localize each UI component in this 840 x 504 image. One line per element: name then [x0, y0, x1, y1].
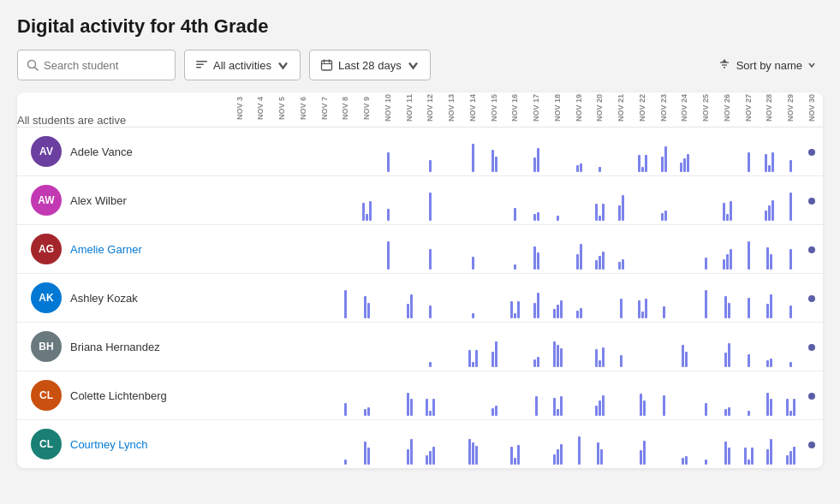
activity-bar [535, 396, 538, 416]
activity-cell [229, 371, 251, 420]
activity-cell [589, 176, 611, 225]
activity-bar [680, 163, 682, 172]
activity-cell [738, 176, 760, 225]
activity-bar [789, 305, 792, 318]
table-row: BHBriana Hernandez [17, 323, 823, 371]
activity-cell [801, 323, 823, 371]
activity-cell [547, 225, 569, 274]
activity-bar [495, 406, 497, 416]
activity-cell [674, 127, 695, 176]
table-row: AVAdele Vance [17, 127, 823, 176]
activity-bar [495, 341, 497, 367]
activity-cell [420, 127, 441, 176]
activity-bar [789, 451, 792, 465]
date-range-filter-button[interactable]: Last 28 days [309, 50, 431, 80]
activity-bar [517, 301, 520, 318]
search-icon [27, 59, 39, 71]
activity-cell [441, 127, 462, 176]
avatar: AK [31, 282, 62, 313]
activity-bar [410, 399, 413, 416]
activity-bar [748, 411, 750, 416]
activity-cell [695, 371, 717, 420]
activities-filter-button[interactable]: All activities [184, 50, 301, 80]
activity-bar [765, 210, 767, 221]
activity-cell [293, 420, 314, 469]
activity-bar [468, 439, 471, 465]
activity-cell [420, 420, 441, 469]
student-info-cell: AKAshley Kozak [17, 274, 229, 323]
activity-bar [472, 144, 474, 172]
activity-cell [229, 420, 251, 469]
date-header: NOV 23 [653, 92, 675, 127]
activity-cell [526, 274, 547, 323]
activity-bar [602, 347, 605, 367]
activity-cell [271, 371, 293, 420]
activity-bar [514, 264, 516, 270]
activity-cell [504, 420, 526, 469]
activity-bar [595, 349, 598, 367]
activity-cell [441, 420, 462, 469]
activity-bar [557, 409, 559, 416]
activity-bar [364, 409, 366, 416]
activity-bar [560, 300, 563, 318]
activity-cell [589, 371, 611, 420]
activity-cell [441, 225, 462, 274]
student-name: Alex Wilber [70, 194, 127, 207]
activity-cell [759, 420, 780, 469]
activity-cell [547, 420, 569, 469]
activity-cell [526, 127, 547, 176]
activity-cell [780, 274, 801, 323]
activity-cell [780, 420, 801, 469]
activity-bar [638, 300, 640, 318]
activity-cell [335, 176, 356, 225]
activity-cell [569, 176, 590, 225]
activity-cell [462, 323, 484, 371]
date-header: NOV 10 [378, 92, 399, 127]
activity-bar [580, 163, 582, 172]
activity-cell [653, 225, 675, 274]
activity-bar [429, 451, 432, 465]
activity-bar [793, 399, 795, 416]
activity-bar [410, 294, 413, 318]
activity-bar [620, 299, 623, 318]
svg-rect-2 [196, 61, 207, 62]
activity-cell [717, 176, 738, 225]
activity-cell [356, 176, 378, 225]
activity-dot [808, 295, 815, 302]
table-row: AGAmelie Garner [17, 225, 823, 274]
sort-button[interactable]: Sort by name [711, 54, 823, 76]
activity-cell [632, 127, 653, 176]
activity-bar [557, 449, 559, 465]
activity-bar [770, 294, 772, 318]
activity-bar [472, 257, 474, 270]
activity-cell [717, 371, 738, 420]
activity-cell [526, 176, 547, 225]
activity-cell [314, 127, 336, 176]
activity-cell [780, 323, 801, 371]
activity-bar [661, 213, 664, 221]
activities-icon [195, 59, 208, 72]
activity-dot [808, 442, 815, 448]
svg-rect-5 [321, 61, 331, 70]
activity-cell [611, 274, 632, 323]
activity-bar [705, 403, 707, 416]
activity-cell [611, 127, 632, 176]
activity-cell [632, 225, 653, 274]
student-info-cell: CLCourtney Lynch [17, 420, 229, 469]
activity-bar [789, 160, 792, 172]
date-header: NOV 20 [589, 92, 611, 127]
activity-bar [362, 203, 365, 221]
activity-cell [484, 274, 505, 323]
activity-dot [808, 198, 815, 205]
date-header: NOV 17 [526, 92, 547, 127]
date-header: NOV 28 [759, 92, 780, 127]
search-input[interactable] [44, 59, 166, 72]
date-header: NOV 29 [780, 92, 801, 127]
student-name: Courtney Lynch [70, 438, 148, 451]
search-box[interactable] [17, 50, 176, 80]
activity-cell [293, 127, 314, 176]
activity-bar [768, 165, 771, 172]
activity-bar [475, 350, 478, 367]
activity-cell [335, 371, 356, 420]
activity-cell [569, 323, 590, 371]
